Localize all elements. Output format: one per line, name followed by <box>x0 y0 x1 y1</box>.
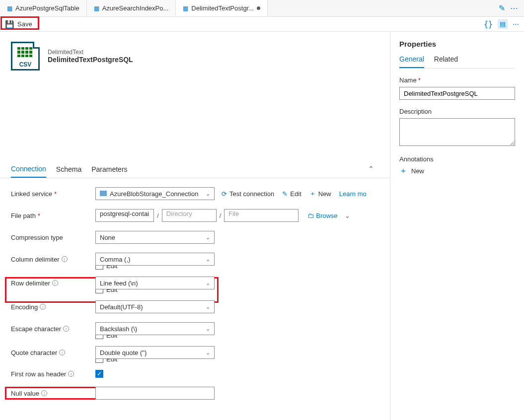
toolbar-right: {} ▤ ⋯ <box>479 17 524 31</box>
chevron-down-icon: ⌄ <box>206 280 210 286</box>
linked-service-label: Linked service* <box>11 190 95 198</box>
chevron-down-icon: ⌄ <box>206 350 210 356</box>
chevron-down-icon: ⌄ <box>206 304 210 310</box>
column-delimiter-select[interactable]: Comma (,)⌄ <box>95 253 215 266</box>
column-delimiter-label: Column delimiteri <box>11 256 95 263</box>
top-right-tools: ✎ ⋯ <box>493 0 524 16</box>
file-path-directory-input[interactable] <box>162 209 217 222</box>
browse-button[interactable]: Browse <box>316 212 337 219</box>
inner-tab-bar: Connection Schema Parameters ⌃ <box>0 160 390 178</box>
csv-file-icon: CSV <box>11 42 40 70</box>
tab-label: AzurePostgreSqlTable <box>15 4 79 12</box>
code-icon[interactable]: {} <box>484 20 493 29</box>
main-column: CSV DelimitedText DelimitedTextPostgreSQ… <box>0 32 390 420</box>
tab-connection[interactable]: Connection <box>11 160 46 178</box>
compression-label: Compression type <box>11 234 95 241</box>
dataset-icon: ▦ <box>7 5 12 12</box>
save-label: Save <box>17 20 32 28</box>
encoding-label: Encodingi <box>11 303 95 311</box>
linked-service-select[interactable]: AzureBlobStorage_Connection ⌄ <box>95 187 215 200</box>
dirty-indicator-icon <box>257 6 260 10</box>
add-annotation-button[interactable]: ＋ New <box>399 166 515 176</box>
info-icon[interactable]: i <box>41 390 47 396</box>
chevron-down-icon: ⌄ <box>206 326 210 332</box>
file-path-label: File path* <box>11 212 95 219</box>
info-icon[interactable]: i <box>62 256 68 262</box>
properties-tab-related[interactable]: Related <box>434 55 458 68</box>
top-tab-bar: ▦ AzurePostgreSqlTable ▦ AzureSearchInde… <box>0 0 524 17</box>
first-row-header-checkbox[interactable]: ✓ <box>95 370 103 378</box>
new-linked-service-button[interactable]: ＋New <box>309 189 331 198</box>
edit-linked-service-button[interactable]: ✎Edit <box>282 190 301 198</box>
info-icon[interactable]: i <box>68 371 74 377</box>
save-button[interactable]: 💾 Save <box>0 18 37 31</box>
tab-label: DelimitedTextPostgr... <box>191 4 254 12</box>
escape-character-label: Escape characteri <box>11 325 95 333</box>
tab-schema[interactable]: Schema <box>56 160 81 177</box>
null-value-input[interactable] <box>95 387 215 400</box>
name-label: Name* <box>399 76 515 84</box>
info-icon[interactable]: i <box>63 326 69 332</box>
dataset-type: DelimitedText <box>48 49 133 56</box>
chevron-down-icon: ⌄ <box>206 256 210 263</box>
dataset-icon: ▦ <box>94 5 99 12</box>
name-input[interactable] <box>399 87 515 100</box>
dataset-name: DelimitedTextPostgreSQL <box>48 56 133 64</box>
toolbar: 💾 Save {} ▤ ⋯ <box>0 17 524 32</box>
first-row-header-label: First row as headeri <box>11 370 95 378</box>
save-icon: 💾 <box>5 20 14 29</box>
tab-delimited-text[interactable]: ▦ DelimitedTextPostgr... <box>176 0 268 16</box>
row-delimiter-select[interactable]: Line feed (\n)⌄ <box>95 277 215 289</box>
quote-character-label: Quote characteri <box>11 349 95 356</box>
tab-azure-search[interactable]: ▦ AzureSearchIndexPo... <box>87 0 176 16</box>
test-connection-button[interactable]: ⟳Test connection <box>222 190 274 198</box>
description-textarea[interactable] <box>399 118 515 146</box>
properties-panel: Properties General Related Name* Descrip… <box>390 32 524 420</box>
tab-azure-postgres[interactable]: ▦ AzurePostgreSqlTable <box>0 0 87 16</box>
learn-more-link[interactable]: Learn mo <box>339 190 367 198</box>
folder-icon: 🗀 <box>307 212 314 219</box>
file-path-container-input[interactable] <box>95 209 154 222</box>
connection-form: Linked service* AzureBlobStorage_Connect… <box>0 178 390 412</box>
properties-toggle-icon[interactable]: ▤ <box>498 19 508 29</box>
annotations-label: Annotations <box>399 155 515 163</box>
escape-character-select[interactable]: Backslash (\)⌄ <box>95 322 215 335</box>
properties-title: Properties <box>399 40 515 48</box>
chevron-down-icon[interactable]: ⌄ <box>345 212 350 219</box>
chevron-down-icon: ⌄ <box>206 191 210 197</box>
more-icon[interactable]: ⋯ <box>510 3 518 13</box>
dataset-icon: ▦ <box>183 5 188 12</box>
info-icon[interactable]: i <box>40 304 46 310</box>
edit-icon[interactable]: ✎ <box>499 3 505 13</box>
properties-tab-general[interactable]: General <box>399 55 424 68</box>
quote-character-select[interactable]: Double quote (")⌄ <box>95 346 215 359</box>
row-delimiter-label: Row delimiteri <box>11 280 95 287</box>
encoding-select[interactable]: Default(UTF-8)⌄ <box>95 300 215 313</box>
tab-parameters[interactable]: Parameters <box>91 160 127 177</box>
chevron-down-icon: ⌄ <box>206 234 210 241</box>
description-label: Description <box>399 108 515 115</box>
dataset-header: CSV DelimitedText DelimitedTextPostgreSQ… <box>0 32 390 75</box>
info-icon[interactable]: i <box>59 350 65 355</box>
more-icon[interactable]: ⋯ <box>513 20 519 28</box>
file-path-file-input[interactable] <box>224 209 299 222</box>
tab-label: AzureSearchIndexPo... <box>102 4 169 12</box>
compression-select[interactable]: None⌄ <box>95 231 215 244</box>
storage-icon <box>100 191 107 196</box>
collapse-icon[interactable]: ⌃ <box>368 165 379 173</box>
plus-icon: ＋ <box>399 166 407 176</box>
info-icon[interactable]: i <box>52 280 58 286</box>
null-value-label: Null valuei <box>11 390 95 397</box>
